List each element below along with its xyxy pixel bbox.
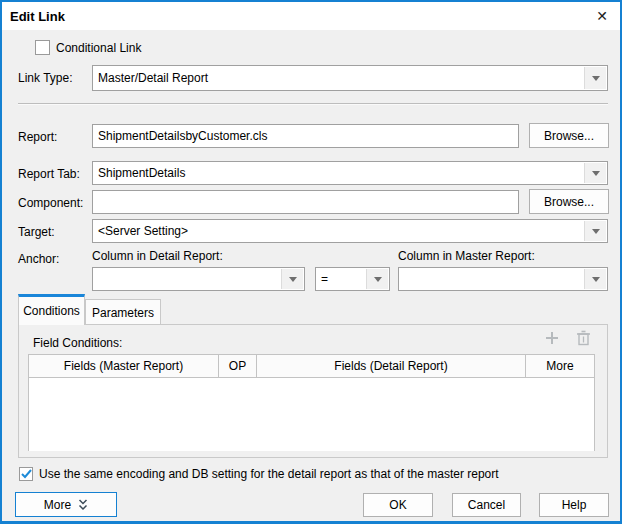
- column-header-more[interactable]: More: [526, 355, 594, 377]
- link-type-value: Master/Detail Report: [93, 71, 213, 85]
- component-browse-button[interactable]: Browse...: [529, 189, 609, 214]
- column-header-fields-detail[interactable]: Fields (Detail Report): [257, 355, 526, 377]
- tab-conditions[interactable]: Conditions: [18, 294, 85, 325]
- chevron-down-icon[interactable]: [366, 269, 388, 289]
- table-body[interactable]: [29, 378, 594, 451]
- help-button[interactable]: Help: [539, 493, 609, 517]
- conditional-link-checkbox[interactable]: [35, 40, 50, 55]
- add-condition-icon[interactable]: [543, 329, 561, 347]
- report-tab-value: ShipmentDetails: [93, 166, 190, 180]
- target-dropdown[interactable]: <Server Setting>: [92, 219, 608, 243]
- separator: [18, 103, 608, 104]
- table-header-row: Fields (Master Report) OP Fields (Detail…: [29, 355, 594, 378]
- title-bar: Edit Link ✕: [2, 2, 620, 30]
- chevron-down-icon[interactable]: [281, 269, 303, 289]
- component-input[interactable]: [92, 190, 519, 214]
- report-browse-button[interactable]: Browse...: [529, 123, 609, 148]
- chevron-down-icon[interactable]: [584, 221, 606, 241]
- target-label: Target:: [18, 225, 55, 240]
- conditional-link-label: Conditional Link: [56, 41, 141, 56]
- check-icon: [21, 469, 32, 479]
- column-master-label: Column in Master Report:: [398, 249, 535, 264]
- column-header-op[interactable]: OP: [219, 355, 257, 377]
- tab-parameters[interactable]: Parameters: [85, 299, 161, 325]
- dialog-title: Edit Link: [10, 9, 65, 24]
- report-tab-dropdown[interactable]: ShipmentDetails: [92, 161, 608, 185]
- operator-dropdown[interactable]: =: [315, 267, 390, 291]
- double-chevron-down-icon: [78, 499, 88, 511]
- delete-condition-icon[interactable]: [574, 329, 592, 347]
- encoding-label: Use the same encoding and DB setting for…: [39, 467, 499, 482]
- report-input[interactable]: [92, 124, 519, 148]
- chevron-down-icon[interactable]: [584, 67, 606, 89]
- column-detail-label: Column in Detail Report:: [92, 249, 223, 264]
- anchor-label: Anchor:: [18, 252, 59, 267]
- field-conditions-table: Fields (Master Report) OP Fields (Detail…: [28, 354, 595, 451]
- edit-link-dialog: Edit Link ✕ Conditional Link Link Type: …: [0, 0, 622, 524]
- column-master-dropdown[interactable]: [398, 267, 608, 291]
- field-conditions-label: Field Conditions:: [33, 336, 122, 351]
- chevron-down-icon[interactable]: [584, 163, 606, 183]
- target-value: <Server Setting>: [93, 224, 193, 238]
- link-type-dropdown[interactable]: Master/Detail Report: [92, 65, 608, 91]
- column-header-fields-master[interactable]: Fields (Master Report): [29, 355, 219, 377]
- cancel-button[interactable]: Cancel: [452, 493, 521, 517]
- report-tab-label: Report Tab:: [18, 167, 80, 182]
- encoding-checkbox[interactable]: [19, 467, 33, 481]
- close-icon[interactable]: ✕: [592, 6, 612, 26]
- chevron-down-icon[interactable]: [584, 269, 606, 289]
- ok-button[interactable]: OK: [363, 493, 433, 517]
- column-detail-dropdown[interactable]: [92, 267, 305, 291]
- report-label: Report:: [18, 130, 57, 145]
- component-label: Component:: [18, 196, 83, 211]
- link-type-label: Link Type:: [18, 71, 72, 86]
- conditions-panel: Field Conditions: Fields (Master Report)…: [18, 324, 608, 458]
- operator-value: =: [316, 272, 333, 286]
- more-button[interactable]: More: [15, 492, 117, 517]
